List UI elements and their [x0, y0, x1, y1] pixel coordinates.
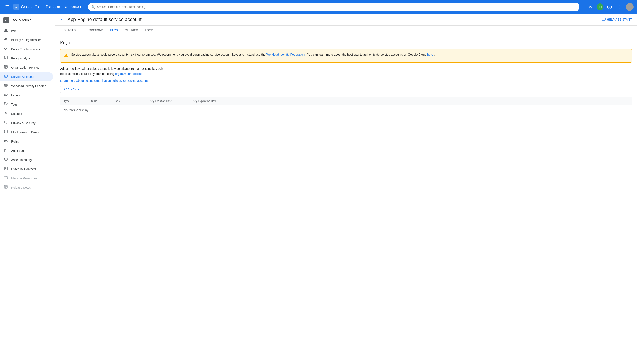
keys-section-title: Keys: [60, 40, 632, 46]
table-header-status: Status: [90, 100, 115, 102]
svg-point-15: [6, 140, 7, 141]
sidebar-item-labels[interactable]: Labels: [0, 90, 53, 100]
sidebar-item-policy-troubleshooter[interactable]: Policy Troubleshooter: [0, 44, 53, 54]
svg-point-17: [5, 168, 7, 169]
sidebar-item-label-workload: Workload Identity Federat...: [11, 84, 48, 88]
table-empty-state: No rows to display: [60, 105, 632, 115]
essential-contacts-icon: [4, 166, 8, 172]
learn-more-link[interactable]: Learn more about setting organization po…: [60, 79, 149, 82]
project-icon: ❊: [65, 4, 68, 9]
sidebar-item-manage-resources[interactable]: Manage Resources: [0, 174, 53, 183]
svg-point-11: [5, 103, 6, 104]
sidebar-item-identity-organization[interactable]: Identity & Organization: [0, 35, 53, 44]
tab-keys[interactable]: KEYS: [107, 26, 122, 36]
more-options-button[interactable]: ⋮: [615, 2, 624, 11]
sidebar-item-organization-policies[interactable]: Organization Policies: [0, 63, 53, 72]
release-notes-icon: [4, 185, 8, 190]
main-content: ← App Engine default service account HEL…: [55, 14, 637, 364]
search-input[interactable]: [97, 5, 576, 8]
sidebar-item-audit-logs[interactable]: Audit Logs: [0, 146, 53, 155]
sidebar-item-identity-aware-proxy[interactable]: Identity-Aware Proxy: [0, 128, 53, 137]
workload-identity-federation-link[interactable]: Workload Identity Federation: [266, 53, 305, 56]
help-icon: ?: [607, 4, 612, 9]
tab-details[interactable]: DETAILS: [60, 26, 79, 36]
svg-rect-18: [4, 177, 8, 179]
add-key-button[interactable]: ADD KEY ▾: [60, 86, 83, 93]
org-policies-icon: [4, 65, 8, 70]
sidebar-item-label-essential-contacts: Essential Contacts: [11, 168, 36, 171]
svg-point-14: [4, 140, 6, 141]
notifications-icon: ✉: [589, 4, 592, 10]
top-nav: ☰ ☁ Google Cloud Platform ❊ Redux3 ▾ 🔍 ✉…: [0, 0, 637, 14]
sidebar-item-label-audit-logs: Audit Logs: [11, 149, 25, 152]
notifications-button[interactable]: ✉: [586, 2, 595, 11]
sidebar: 🛡 IAM & Admin IAM Identity & Organizatio…: [0, 14, 55, 364]
manage-resources-icon: [4, 176, 8, 181]
sidebar-item-privacy-security[interactable]: Privacy & Security: [0, 118, 53, 128]
svg-text:☁: ☁: [15, 5, 18, 9]
labels-icon: [4, 93, 8, 98]
tabs-bar: DETAILS PERMISSIONS KEYS METRICS LOGS: [55, 26, 637, 36]
tab-metrics[interactable]: METRICS: [121, 26, 142, 36]
policy-analyzer-icon: [4, 56, 8, 61]
warning-icon: [64, 52, 69, 60]
help-assistant-button[interactable]: HELP ASSISTANT: [602, 18, 632, 22]
back-button[interactable]: ←: [60, 17, 65, 22]
svg-point-2: [5, 28, 7, 30]
table-header-key-creation-date: Key creation date: [150, 100, 193, 102]
workload-identity-icon: [4, 84, 8, 88]
sidebar-item-label-labels: Labels: [11, 94, 20, 97]
svg-point-8: [5, 76, 6, 77]
page-title: App Engine default service account: [68, 17, 142, 22]
sidebar-item-service-accounts[interactable]: Service Accounts: [0, 72, 53, 81]
sidebar-item-label-iap: Identity-Aware Proxy: [11, 130, 39, 134]
sidebar-item-settings[interactable]: Settings: [0, 109, 53, 118]
identity-aware-proxy-icon: [4, 130, 8, 134]
svg-point-3: [5, 38, 6, 39]
sidebar-item-label-policy-analyzer: Policy Analyzer: [11, 57, 32, 60]
page-header: ← App Engine default service account HEL…: [55, 14, 637, 26]
svg-point-21: [66, 56, 66, 57]
sidebar-item-label-iam: IAM: [11, 29, 17, 32]
sidebar-item-label-tags: Tags: [11, 103, 18, 106]
table-header-key-expiration-date: Key expiration date: [193, 100, 236, 102]
hamburger-icon[interactable]: ☰: [4, 2, 11, 11]
help-assistant-label: HELP ASSISTANT: [607, 18, 632, 21]
sidebar-item-release-notes[interactable]: Release Notes: [0, 183, 53, 192]
avatar[interactable]: [626, 3, 633, 11]
sidebar-header-title: IAM & Admin: [12, 18, 31, 22]
here-link[interactable]: here: [427, 53, 433, 56]
project-dropdown-icon: ▾: [80, 5, 81, 8]
add-key-label: ADD KEY: [63, 88, 77, 91]
keys-content: Keys Service account keys could pose a s…: [55, 36, 637, 120]
nav-right-actions: ✉ 10 ? ⋮: [586, 2, 633, 11]
audit-logs-icon: [4, 148, 8, 153]
sidebar-item-iam[interactable]: IAM: [0, 26, 53, 35]
sidebar-item-policy-analyzer[interactable]: Policy Analyzer: [0, 54, 53, 63]
cloud-icon: ☁: [13, 4, 19, 10]
help-button[interactable]: ?: [605, 2, 614, 11]
tab-logs[interactable]: LOGS: [142, 26, 157, 36]
sidebar-item-label-manage-resources: Manage Resources: [11, 177, 37, 180]
logo-text: Google Cloud Platform: [21, 5, 60, 9]
table-header: Type Status Key Key creation date Key ex…: [60, 98, 632, 105]
sidebar-item-asset-inventory[interactable]: Asset Inventory: [0, 155, 53, 164]
svg-point-10: [5, 94, 6, 95]
help-assistant-icon: [602, 18, 606, 22]
org-policies-link[interactable]: organization policies: [115, 72, 142, 76]
sidebar-item-roles[interactable]: Roles: [0, 137, 53, 146]
search-bar[interactable]: 🔍: [88, 2, 579, 11]
tab-permissions[interactable]: PERMISSIONS: [79, 26, 107, 36]
sidebar-item-essential-contacts[interactable]: Essential Contacts: [0, 164, 53, 174]
sidebar-item-workload-identity[interactable]: Workload Identity Federat...: [0, 81, 53, 90]
badge-count[interactable]: 10: [597, 4, 603, 10]
policy-text: Block service account key creation using…: [60, 72, 632, 76]
app-logo: ☁ Google Cloud Platform: [13, 4, 60, 10]
settings-icon: [4, 111, 8, 116]
project-selector[interactable]: ❊ Redux3 ▾: [65, 4, 81, 9]
search-icon: 🔍: [92, 5, 95, 8]
more-icon: ⋮: [618, 4, 622, 10]
description-text: Add a new key pair or upload a public ke…: [60, 67, 632, 70]
svg-point-4: [6, 38, 7, 39]
sidebar-item-tags[interactable]: Tags: [0, 100, 53, 109]
